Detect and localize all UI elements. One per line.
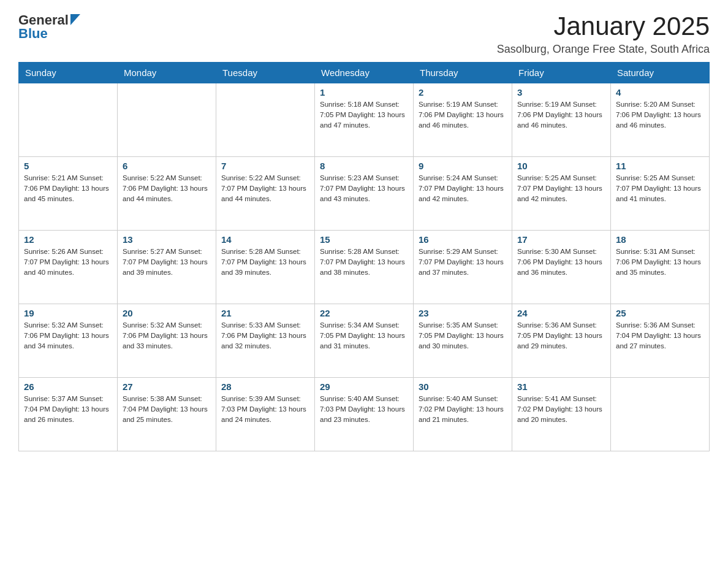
day-info: Sunrise: 5:23 AM Sunset: 7:07 PM Dayligh… bbox=[320, 173, 408, 204]
calendar-cell: 7Sunrise: 5:22 AM Sunset: 7:07 PM Daylig… bbox=[216, 157, 315, 231]
column-header-wednesday: Wednesday bbox=[315, 63, 414, 83]
calendar-cell bbox=[611, 378, 710, 451]
calendar-week-row: 5Sunrise: 5:21 AM Sunset: 7:06 PM Daylig… bbox=[19, 157, 710, 231]
calendar-cell: 8Sunrise: 5:23 AM Sunset: 7:07 PM Daylig… bbox=[315, 157, 414, 231]
day-number: 30 bbox=[419, 381, 507, 392]
calendar-cell: 29Sunrise: 5:40 AM Sunset: 7:03 PM Dayli… bbox=[315, 378, 414, 451]
calendar-cell: 1Sunrise: 5:18 AM Sunset: 7:05 PM Daylig… bbox=[315, 83, 414, 157]
day-info: Sunrise: 5:38 AM Sunset: 7:04 PM Dayligh… bbox=[123, 394, 211, 424]
calendar-cell: 21Sunrise: 5:33 AM Sunset: 7:06 PM Dayli… bbox=[216, 304, 315, 378]
column-header-sunday: Sunday bbox=[19, 63, 118, 83]
day-info: Sunrise: 5:19 AM Sunset: 7:06 PM Dayligh… bbox=[419, 99, 507, 130]
day-info: Sunrise: 5:21 AM Sunset: 7:06 PM Dayligh… bbox=[24, 173, 112, 204]
page-header: General Blue January 2025 Sasolburg, Ora… bbox=[18, 12, 710, 56]
day-info: Sunrise: 5:24 AM Sunset: 7:07 PM Dayligh… bbox=[419, 173, 507, 204]
calendar-cell: 3Sunrise: 5:19 AM Sunset: 7:06 PM Daylig… bbox=[512, 83, 611, 157]
column-header-tuesday: Tuesday bbox=[216, 63, 315, 83]
calendar-cell: 25Sunrise: 5:36 AM Sunset: 7:04 PM Dayli… bbox=[611, 304, 710, 378]
day-number: 26 bbox=[24, 381, 112, 392]
calendar-cell: 22Sunrise: 5:34 AM Sunset: 7:05 PM Dayli… bbox=[315, 304, 414, 378]
day-info: Sunrise: 5:25 AM Sunset: 7:07 PM Dayligh… bbox=[517, 173, 605, 204]
day-info: Sunrise: 5:34 AM Sunset: 7:05 PM Dayligh… bbox=[320, 320, 408, 351]
calendar-title: January 2025 bbox=[497, 12, 710, 40]
calendar-cell: 5Sunrise: 5:21 AM Sunset: 7:06 PM Daylig… bbox=[19, 157, 118, 231]
calendar-cell: 9Sunrise: 5:24 AM Sunset: 7:07 PM Daylig… bbox=[414, 157, 512, 231]
calendar-cell: 12Sunrise: 5:26 AM Sunset: 7:07 PM Dayli… bbox=[19, 231, 118, 304]
calendar-cell: 24Sunrise: 5:36 AM Sunset: 7:05 PM Dayli… bbox=[512, 304, 611, 378]
day-number: 19 bbox=[24, 308, 112, 318]
day-number: 22 bbox=[320, 308, 408, 318]
calendar-cell: 30Sunrise: 5:40 AM Sunset: 7:02 PM Dayli… bbox=[414, 378, 512, 451]
day-number: 9 bbox=[419, 161, 507, 171]
day-info: Sunrise: 5:40 AM Sunset: 7:02 PM Dayligh… bbox=[419, 394, 507, 424]
day-number: 15 bbox=[320, 234, 408, 245]
day-info: Sunrise: 5:40 AM Sunset: 7:03 PM Dayligh… bbox=[320, 394, 408, 424]
day-info: Sunrise: 5:41 AM Sunset: 7:02 PM Dayligh… bbox=[517, 394, 605, 424]
day-number: 13 bbox=[123, 234, 211, 245]
title-section: January 2025 Sasolburg, Orange Free Stat… bbox=[497, 12, 710, 56]
column-header-thursday: Thursday bbox=[414, 63, 512, 83]
day-number: 3 bbox=[517, 87, 605, 98]
calendar-cell: 14Sunrise: 5:28 AM Sunset: 7:07 PM Dayli… bbox=[216, 231, 315, 304]
calendar-cell: 4Sunrise: 5:20 AM Sunset: 7:06 PM Daylig… bbox=[611, 83, 710, 157]
calendar-week-row: 1Sunrise: 5:18 AM Sunset: 7:05 PM Daylig… bbox=[19, 83, 710, 157]
logo-arrow-icon bbox=[70, 14, 80, 25]
calendar-cell: 19Sunrise: 5:32 AM Sunset: 7:06 PM Dayli… bbox=[19, 304, 118, 378]
day-number: 6 bbox=[123, 161, 211, 171]
day-info: Sunrise: 5:25 AM Sunset: 7:07 PM Dayligh… bbox=[616, 173, 704, 204]
day-info: Sunrise: 5:20 AM Sunset: 7:06 PM Dayligh… bbox=[616, 99, 704, 130]
calendar-cell bbox=[19, 83, 118, 157]
day-number: 14 bbox=[221, 234, 309, 245]
day-number: 23 bbox=[419, 308, 507, 318]
calendar-cell: 31Sunrise: 5:41 AM Sunset: 7:02 PM Dayli… bbox=[512, 378, 611, 451]
day-info: Sunrise: 5:36 AM Sunset: 7:05 PM Dayligh… bbox=[517, 320, 605, 351]
calendar-cell: 26Sunrise: 5:37 AM Sunset: 7:04 PM Dayli… bbox=[19, 378, 118, 451]
calendar-week-row: 12Sunrise: 5:26 AM Sunset: 7:07 PM Dayli… bbox=[19, 231, 710, 304]
day-number: 5 bbox=[24, 161, 112, 171]
day-number: 27 bbox=[123, 381, 211, 392]
day-info: Sunrise: 5:28 AM Sunset: 7:07 PM Dayligh… bbox=[320, 247, 408, 277]
day-info: Sunrise: 5:28 AM Sunset: 7:07 PM Dayligh… bbox=[221, 247, 309, 277]
calendar-week-row: 26Sunrise: 5:37 AM Sunset: 7:04 PM Dayli… bbox=[19, 378, 710, 451]
column-header-monday: Monday bbox=[118, 63, 216, 83]
calendar-cell: 23Sunrise: 5:35 AM Sunset: 7:05 PM Dayli… bbox=[414, 304, 512, 378]
calendar-cell: 18Sunrise: 5:31 AM Sunset: 7:06 PM Dayli… bbox=[611, 231, 710, 304]
day-number: 20 bbox=[123, 308, 211, 318]
day-info: Sunrise: 5:18 AM Sunset: 7:05 PM Dayligh… bbox=[320, 99, 408, 130]
day-info: Sunrise: 5:32 AM Sunset: 7:06 PM Dayligh… bbox=[24, 320, 112, 351]
day-number: 11 bbox=[616, 161, 704, 171]
calendar-cell: 27Sunrise: 5:38 AM Sunset: 7:04 PM Dayli… bbox=[118, 378, 216, 451]
day-info: Sunrise: 5:30 AM Sunset: 7:06 PM Dayligh… bbox=[517, 247, 605, 277]
day-info: Sunrise: 5:39 AM Sunset: 7:03 PM Dayligh… bbox=[221, 394, 309, 424]
column-header-friday: Friday bbox=[512, 63, 611, 83]
day-number: 18 bbox=[616, 234, 704, 245]
calendar-header-row: SundayMondayTuesdayWednesdayThursdayFrid… bbox=[19, 63, 710, 83]
day-number: 28 bbox=[221, 381, 309, 392]
day-number: 4 bbox=[616, 87, 704, 98]
column-header-saturday: Saturday bbox=[611, 63, 710, 83]
calendar-table: SundayMondayTuesdayWednesdayThursdayFrid… bbox=[18, 62, 710, 451]
day-number: 16 bbox=[419, 234, 507, 245]
day-number: 31 bbox=[517, 381, 605, 392]
calendar-cell: 13Sunrise: 5:27 AM Sunset: 7:07 PM Dayli… bbox=[118, 231, 216, 304]
calendar-cell: 2Sunrise: 5:19 AM Sunset: 7:06 PM Daylig… bbox=[414, 83, 512, 157]
day-info: Sunrise: 5:19 AM Sunset: 7:06 PM Dayligh… bbox=[517, 99, 605, 130]
calendar-cell: 10Sunrise: 5:25 AM Sunset: 7:07 PM Dayli… bbox=[512, 157, 611, 231]
day-info: Sunrise: 5:22 AM Sunset: 7:06 PM Dayligh… bbox=[123, 173, 211, 204]
day-number: 8 bbox=[320, 161, 408, 171]
calendar-cell: 6Sunrise: 5:22 AM Sunset: 7:06 PM Daylig… bbox=[118, 157, 216, 231]
logo: General Blue bbox=[18, 12, 80, 42]
day-number: 10 bbox=[517, 161, 605, 171]
calendar-cell: 20Sunrise: 5:32 AM Sunset: 7:06 PM Dayli… bbox=[118, 304, 216, 378]
day-number: 12 bbox=[24, 234, 112, 245]
calendar-week-row: 19Sunrise: 5:32 AM Sunset: 7:06 PM Dayli… bbox=[19, 304, 710, 378]
day-info: Sunrise: 5:29 AM Sunset: 7:07 PM Dayligh… bbox=[419, 247, 507, 277]
calendar-cell bbox=[118, 83, 216, 157]
day-number: 21 bbox=[221, 308, 309, 318]
calendar-cell bbox=[216, 83, 315, 157]
day-info: Sunrise: 5:31 AM Sunset: 7:06 PM Dayligh… bbox=[616, 247, 704, 277]
calendar-cell: 28Sunrise: 5:39 AM Sunset: 7:03 PM Dayli… bbox=[216, 378, 315, 451]
day-number: 25 bbox=[616, 308, 704, 318]
day-number: 7 bbox=[221, 161, 309, 171]
calendar-cell: 17Sunrise: 5:30 AM Sunset: 7:06 PM Dayli… bbox=[512, 231, 611, 304]
